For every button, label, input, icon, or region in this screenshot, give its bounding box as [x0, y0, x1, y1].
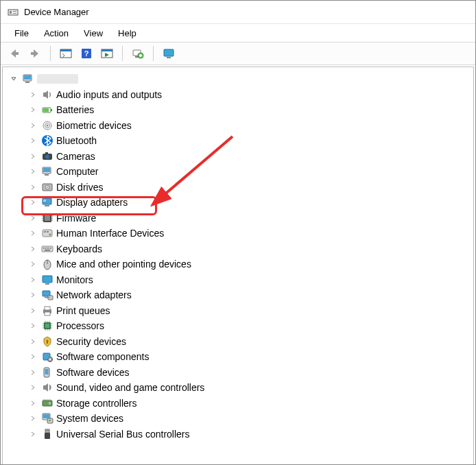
monitor-icon	[41, 274, 53, 286]
chevron-right-icon[interactable]	[29, 322, 37, 330]
tree-node-label: Keyboards	[56, 243, 102, 254]
tree-node[interactable]: System devices	[10, 411, 473, 427]
panel-play-icon	[101, 47, 113, 60]
menu-action[interactable]: Action	[37, 27, 75, 40]
arrow-left-icon	[8, 47, 21, 60]
chevron-right-icon[interactable]	[29, 91, 37, 99]
chevron-right-icon[interactable]	[29, 430, 37, 438]
toolbar: ?	[1, 42, 475, 65]
tree-root-node[interactable]	[10, 71, 473, 87]
hid-icon	[41, 227, 53, 239]
tree-node-label: Print queues	[56, 305, 110, 316]
chevron-right-icon[interactable]	[29, 229, 37, 237]
tree-node[interactable]: Processors	[10, 318, 473, 334]
chevron-right-icon[interactable]	[29, 399, 37, 407]
tree-node[interactable]: Human Interface Devices	[10, 226, 473, 241]
menu-help[interactable]: Help	[111, 27, 143, 40]
toolbar-help-button[interactable]: ?	[78, 45, 95, 62]
toolbar-action-button[interactable]	[99, 45, 115, 62]
chevron-right-icon[interactable]	[29, 353, 37, 361]
tree-node-label: Cameras	[56, 151, 95, 162]
chevron-right-icon[interactable]	[29, 245, 37, 253]
chevron-right-icon[interactable]	[29, 167, 37, 176]
svg-rect-41	[47, 231, 49, 232]
toolbar-monitor-button[interactable]	[160, 45, 177, 62]
chevron-right-icon[interactable]	[29, 106, 37, 114]
chevron-right-icon[interactable]	[29, 136, 37, 145]
chevron-right-icon[interactable]	[29, 198, 37, 206]
chevron-right-icon[interactable]	[29, 383, 37, 392]
svg-rect-27	[45, 152, 48, 154]
toolbar-separator	[50, 46, 51, 61]
svg-rect-53	[45, 283, 49, 285]
bluetooth-icon	[41, 134, 53, 147]
tree-node[interactable]: Storage controllers	[10, 396, 473, 412]
tree-node[interactable]: Firmware	[10, 211, 473, 226]
chevron-right-icon[interactable]	[29, 121, 37, 130]
tree-node[interactable]: Computer	[10, 164, 473, 180]
tree-node[interactable]: Software devices	[10, 365, 473, 381]
svg-rect-5	[60, 49, 71, 51]
chevron-right-icon[interactable]	[29, 291, 37, 299]
sw-device-icon	[41, 366, 53, 379]
toolbar-back-button[interactable]	[6, 45, 23, 62]
computer-name-label	[37, 74, 78, 84]
speaker-icon	[41, 88, 53, 101]
tree-node-label: Processors	[56, 320, 104, 331]
toolbar-forward-button[interactable]	[27, 45, 43, 62]
tree-node[interactable]: Security devices	[10, 334, 473, 350]
tree-node[interactable]: Sound, video and game controllers	[10, 380, 473, 396]
svg-rect-36	[43, 200, 46, 202]
tree-node[interactable]: Batteries	[10, 102, 473, 118]
svg-rect-75	[49, 420, 51, 421]
svg-rect-64	[47, 342, 48, 344]
tree-node[interactable]: Audio inputs and outputs	[10, 87, 473, 103]
toolbar-scan-button[interactable]	[130, 45, 146, 62]
tree-node[interactable]: Mice and other pointing devices	[10, 257, 473, 272]
tree-node-label: Monitors	[56, 274, 93, 285]
cpu-icon	[41, 320, 53, 332]
tree-node-label: Software components	[56, 351, 149, 362]
chevron-right-icon[interactable]	[29, 214, 37, 222]
keyboard-icon	[41, 243, 53, 255]
tree-node[interactable]: Keyboards	[10, 241, 473, 257]
chevron-right-icon[interactable]	[29, 414, 37, 422]
chevron-right-icon[interactable]	[29, 260, 37, 268]
tree-node-label: Biometric devices	[56, 120, 132, 131]
svg-rect-44	[43, 248, 45, 249]
chevron-down-icon[interactable]	[10, 75, 18, 83]
tree-node[interactable]: Network adapters	[10, 287, 473, 303]
menu-view[interactable]: View	[77, 27, 110, 40]
scan-icon	[132, 47, 144, 60]
tree-node-label: Computer	[56, 166, 98, 177]
tree-node[interactable]: Cameras	[10, 149, 473, 165]
security-icon	[41, 335, 53, 348]
tree-node[interactable]: Universal Serial Bus controllers	[10, 427, 473, 442]
computer-icon	[41, 165, 53, 178]
svg-rect-3	[13, 13, 16, 14]
tree-node[interactable]: Biometric devices	[10, 118, 473, 134]
device-tree[interactable]: Audio inputs and outputsBatteriesBiometr…	[2, 67, 474, 465]
svg-rect-78	[47, 430, 47, 431]
tree-node[interactable]: Monitors	[10, 272, 473, 288]
menu-file[interactable]: File	[8, 27, 36, 40]
toolbar-show-hide-button[interactable]	[58, 45, 74, 62]
chevron-right-icon[interactable]	[29, 152, 37, 160]
chevron-right-icon[interactable]	[29, 368, 37, 377]
chevron-right-icon[interactable]	[29, 276, 37, 284]
tree-node[interactable]: Bluetooth	[10, 133, 473, 149]
monitor-icon	[163, 47, 175, 60]
mouse-icon	[41, 258, 53, 270]
tree-node[interactable]: Display adapters	[10, 195, 473, 211]
tree-node[interactable]: Software components	[10, 349, 473, 365]
svg-point-26	[45, 154, 49, 158]
sound-icon	[41, 381, 53, 394]
tree-node[interactable]: Print queues	[10, 303, 473, 319]
chevron-right-icon[interactable]	[29, 183, 37, 191]
tree-node[interactable]: Disk drives	[10, 180, 473, 195]
svg-rect-60	[45, 312, 50, 315]
chevron-right-icon[interactable]	[29, 337, 37, 346]
tree-node-label: Human Interface Devices	[56, 228, 164, 239]
chevron-right-icon[interactable]	[29, 307, 37, 315]
svg-rect-71	[49, 402, 51, 405]
